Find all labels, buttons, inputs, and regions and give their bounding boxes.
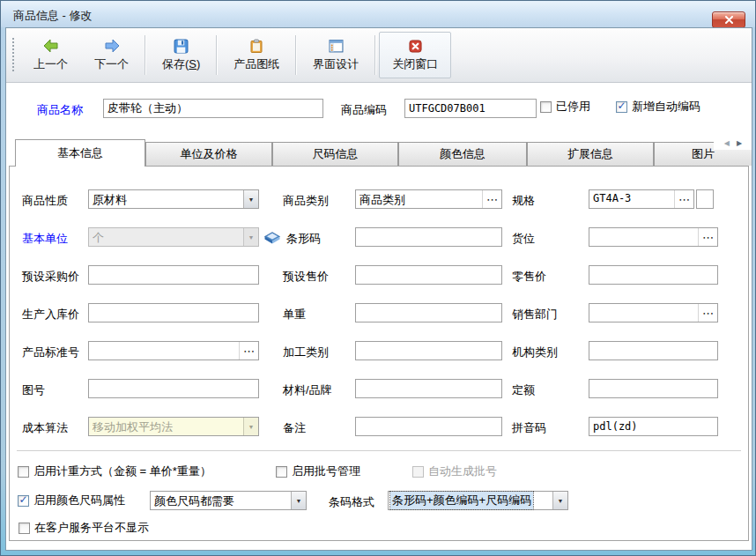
standard-no-field[interactable]: ⋯ bbox=[88, 341, 259, 360]
sales-dept-field[interactable]: ⋯ bbox=[589, 303, 718, 322]
ellipsis-button[interactable]: ⋯ bbox=[674, 190, 693, 208]
color-size-checkbox[interactable]: ✓ 启用颜色尺码属性 bbox=[18, 493, 125, 508]
titlebar[interactable]: 商品信息 - 修改 bbox=[2, 2, 754, 27]
tab-unit-price[interactable]: 单位及价格 bbox=[145, 142, 272, 166]
drawing-no-input[interactable] bbox=[88, 379, 259, 398]
slot-label: 货位 bbox=[512, 231, 535, 247]
unit-weight-label: 单重 bbox=[283, 307, 306, 322]
slot-field[interactable]: ⋯ bbox=[589, 227, 718, 247]
ellipsis-button[interactable]: ⋯ bbox=[239, 342, 258, 360]
process-category-label: 加工类别 bbox=[283, 345, 329, 360]
product-code-input[interactable] bbox=[404, 99, 537, 118]
batch-mgmt-checkbox[interactable]: 启用批号管理 bbox=[276, 464, 360, 478]
weight-mode-checkbox[interactable]: 启用计重方式（金额 = 单价*重量） bbox=[18, 464, 211, 478]
book-icon[interactable] bbox=[263, 229, 281, 248]
checkbox-box bbox=[540, 101, 552, 113]
org-category-input[interactable] bbox=[589, 341, 718, 360]
nature-combo[interactable]: 原材料 ▼ bbox=[88, 189, 259, 209]
dropdown-arrow[interactable]: ▼ bbox=[243, 190, 258, 208]
purchase-price-label: 预设采购价 bbox=[22, 269, 79, 285]
chevron-down-icon: ▼ bbox=[558, 498, 564, 504]
category-field[interactable]: 商品类别 ⋯ bbox=[355, 189, 502, 209]
tab-extended-info[interactable]: 扩展信息 bbox=[527, 142, 654, 166]
unit-weight-input[interactable] bbox=[355, 303, 502, 322]
spec-extra-box[interactable] bbox=[696, 189, 714, 209]
toolbar-grip[interactable] bbox=[11, 37, 15, 73]
auto-batch-checkbox: 自动生成批号 bbox=[412, 464, 497, 478]
toolbar: 上一个 下一个 保存(S) bbox=[6, 28, 752, 83]
cost-method-label: 成本算法 bbox=[22, 420, 68, 436]
auto-batch-label: 自动生成批号 bbox=[428, 463, 497, 479]
client-area: 上一个 下一个 保存(S) bbox=[5, 27, 752, 551]
product-drawing-label: 产品图纸 bbox=[233, 56, 279, 72]
drawing-no-label: 图号 bbox=[22, 382, 45, 398]
quota-label: 定额 bbox=[512, 382, 535, 398]
nature-label: 商品性质 bbox=[22, 193, 68, 209]
stopped-checkbox[interactable]: 已停用 bbox=[540, 100, 590, 114]
save-button[interactable]: 保存(S) bbox=[149, 32, 213, 78]
previous-label: 上一个 bbox=[33, 56, 68, 72]
tab-basic-info[interactable]: 基本信息 bbox=[15, 139, 145, 167]
process-category-input[interactable] bbox=[355, 341, 502, 360]
arrow-right-icon bbox=[103, 38, 121, 54]
window-design-icon bbox=[327, 38, 345, 54]
hide-on-platform-label: 在客户服务平台不显示 bbox=[34, 520, 149, 536]
material-brand-input[interactable] bbox=[355, 379, 502, 398]
weight-mode-label: 启用计重方式（金额 = 单价*重量） bbox=[33, 463, 211, 479]
toolbar-separator bbox=[295, 35, 297, 75]
hide-on-platform-checkbox[interactable]: 在客户服务平台不显示 bbox=[19, 521, 149, 535]
base-unit-combo: 个 ▼ bbox=[88, 227, 259, 247]
remark-input[interactable] bbox=[355, 417, 502, 436]
ellipsis-button[interactable]: ⋯ bbox=[698, 228, 717, 246]
barcode-format-combo[interactable]: 条形码+颜色编码+尺码编码 ▼ bbox=[388, 491, 568, 510]
product-name-label[interactable]: 商品名称 bbox=[37, 102, 83, 118]
close-window-button[interactable]: 关闭窗口 bbox=[379, 32, 451, 78]
chevron-down-icon: ▼ bbox=[248, 196, 255, 203]
base-unit-label[interactable]: 基本单位 bbox=[22, 231, 68, 247]
tab-scroll-right-icon[interactable]: ▶ bbox=[737, 140, 742, 147]
category-label: 商品类别 bbox=[283, 193, 329, 209]
purchase-price-input[interactable] bbox=[88, 265, 259, 285]
sale-price-input[interactable] bbox=[355, 265, 502, 285]
clipboard-icon bbox=[248, 38, 265, 54]
check-icon: ✓ bbox=[617, 100, 626, 111]
tab-color-info[interactable]: 颜色信息 bbox=[398, 142, 527, 166]
retail-price-input[interactable] bbox=[589, 265, 718, 285]
tab-scroll-left-icon[interactable]: ◀ bbox=[724, 140, 730, 147]
tab-size-info[interactable]: 尺码信息 bbox=[272, 142, 398, 166]
color-size-combo[interactable]: 颜色尺码都需要 ▼ bbox=[150, 491, 307, 510]
spec-field[interactable]: GT4A-3 ⋯ bbox=[589, 189, 694, 209]
toolbar-separator bbox=[374, 35, 376, 75]
ellipsis-button[interactable]: ⋯ bbox=[482, 190, 501, 208]
standard-no-label: 产品标准号 bbox=[22, 345, 79, 360]
dropdown-arrow[interactable]: ▼ bbox=[291, 492, 306, 509]
checkbox-box bbox=[276, 466, 287, 478]
dropdown-arrow[interactable]: ▼ bbox=[552, 492, 567, 509]
basic-info-panel: 商品性质 原材料 ▼ 商品类别 商品类别 ⋯ 规格 GT4A-3 ⋯ 基本单位 … bbox=[9, 166, 749, 541]
sales-dept-label: 销售部门 bbox=[512, 307, 558, 322]
cost-method-combo: 移动加权平均法 ▼ bbox=[88, 417, 259, 436]
ui-design-button[interactable]: 界面设计 bbox=[300, 32, 372, 78]
checkbox-box bbox=[18, 466, 29, 478]
ellipsis-button[interactable]: ⋯ bbox=[698, 304, 717, 322]
barcode-input[interactable] bbox=[355, 227, 502, 247]
dropdown-arrow: ▼ bbox=[243, 418, 258, 435]
pinyin-input[interactable] bbox=[589, 417, 718, 436]
production-price-input[interactable] bbox=[88, 303, 259, 322]
auto-code-checkbox[interactable]: ✓ 新增自动编码 bbox=[616, 100, 700, 114]
product-code-label: 商品编码 bbox=[341, 102, 387, 118]
toolbar-separator bbox=[216, 35, 218, 75]
ui-design-label: 界面设计 bbox=[313, 56, 359, 72]
product-name-input[interactable] bbox=[103, 99, 323, 118]
close-icon bbox=[724, 16, 734, 24]
pinyin-label: 拼音码 bbox=[512, 420, 546, 436]
close-window-icon bbox=[406, 38, 424, 54]
product-drawing-button[interactable]: 产品图纸 bbox=[220, 32, 293, 78]
checkbox-box: ✓ bbox=[18, 495, 29, 507]
next-button[interactable]: 下一个 bbox=[81, 32, 142, 78]
previous-button[interactable]: 上一个 bbox=[20, 32, 81, 78]
next-label: 下一个 bbox=[94, 56, 129, 72]
quota-input[interactable] bbox=[589, 379, 718, 398]
chevron-down-icon: ▼ bbox=[248, 424, 255, 430]
window-close-button[interactable] bbox=[712, 11, 745, 28]
